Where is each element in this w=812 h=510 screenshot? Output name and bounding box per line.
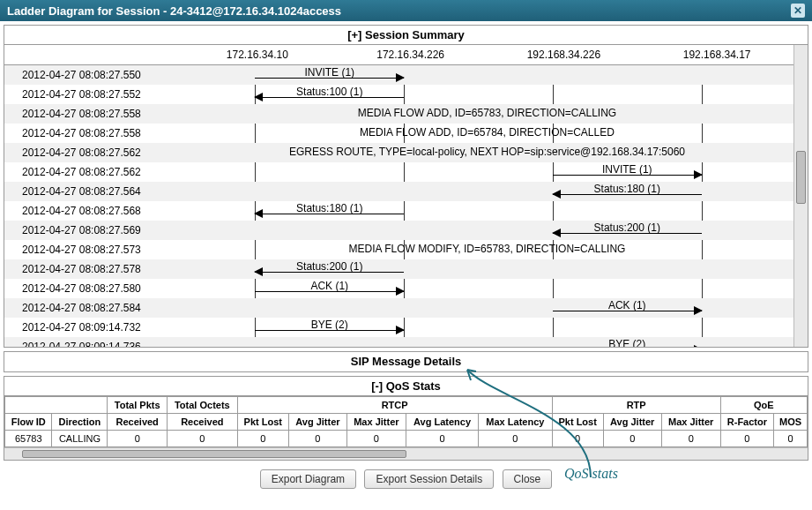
qos-cell: 0	[108, 431, 168, 447]
timestamp: 2012-04-27 08:08:27.564	[4, 185, 181, 198]
ladder-rows: 2012-04-27 08:08:27.550INVITE (1)2012-04…	[4, 65, 793, 347]
event-label: MEDIA FLOW MODIFY, ID=65783, DIRECTION=C…	[181, 243, 793, 255]
node-1: 172.16.34.226	[334, 45, 488, 64]
qos-col-13: MOS	[774, 414, 808, 431]
qos-column-header-row: Flow IDDirectionReceivedReceivedPkt Lost…	[5, 414, 808, 431]
ladder-row[interactable]: 2012-04-27 08:08:27.562INVITE (1)	[4, 162, 793, 182]
timestamp: 2012-04-27 08:08:27.573	[4, 244, 181, 256]
annotation-label: QoS stats	[564, 466, 618, 482]
qos-row[interactable]: 65783CALLING000000000000	[5, 431, 808, 447]
qos-table: Total Pkts Total Octets RTCP RTP QoE Flo…	[4, 396, 808, 447]
ladder-row[interactable]: 2012-04-27 08:08:27.584ACK (1)	[4, 298, 793, 318]
session-summary-panel: [+] Session Summary 172.16.34.10172.16.3…	[4, 25, 808, 348]
qos-cell: CALLING	[52, 431, 108, 447]
ladder-row[interactable]: 2012-04-27 08:08:27.562EGRESS ROUTE, TYP…	[4, 143, 793, 162]
ladder-scroll[interactable]: 172.16.34.10172.16.34.226192.168.34.2261…	[4, 45, 793, 347]
ladder-row[interactable]: 2012-04-27 08:08:27.550INVITE (1)	[4, 65, 793, 85]
ladder-row[interactable]: 2012-04-27 08:08:27.569Status:200 (1)	[4, 221, 793, 240]
message-arrow[interactable]: BYE (2)	[553, 339, 702, 347]
timestamp: 2012-04-27 08:08:27.584	[4, 302, 181, 314]
message-label: INVITE (1)	[553, 163, 702, 176]
qos-col-1: Direction	[52, 414, 108, 431]
timestamp: 2012-04-27 08:08:27.550	[4, 69, 181, 81]
qos-col-7: Avg Latency	[406, 414, 478, 431]
session-summary-header[interactable]: [+] Session Summary	[4, 26, 808, 45]
qos-cell: 0	[774, 431, 808, 447]
timestamp: 2012-04-27 08:09:14.732	[4, 321, 181, 334]
qos-cell: 0	[552, 431, 603, 447]
timestamp: 2012-04-27 08:08:27.558	[4, 108, 181, 120]
message-arrow[interactable]: Status:180 (1)	[553, 184, 702, 199]
ladder-row[interactable]: 2012-04-27 08:08:27.552Status:100 (1)	[4, 85, 793, 104]
scroll-thumb[interactable]	[796, 151, 806, 204]
message-arrow[interactable]: BYE (2)	[255, 319, 404, 335]
qos-col-2: Received	[108, 414, 168, 431]
close-icon[interactable]: ✕	[791, 4, 805, 18]
node-3: 192.168.34.17	[640, 45, 793, 64]
message-label: Status:200 (1)	[553, 221, 702, 234]
sip-message-details-panel: SIP Message Details	[4, 351, 808, 372]
qos-stats-header[interactable]: [-] QoS Stats	[4, 377, 808, 396]
message-label: ACK (1)	[553, 299, 702, 311]
scroll-thumb[interactable]	[22, 450, 406, 458]
qos-col-3: Received	[167, 414, 237, 431]
timestamp: 2012-04-27 08:09:14.736	[4, 341, 181, 347]
ladder-row[interactable]: 2012-04-27 08:08:27.558MEDIA FLOW ADD, I…	[4, 124, 793, 143]
ladder-row[interactable]: 2012-04-27 08:08:27.564Status:180 (1)	[4, 182, 793, 201]
message-label: Status:200 (1)	[255, 260, 404, 273]
col-group-qoe: QoE	[720, 397, 807, 414]
message-label: Status:100 (1)	[255, 86, 404, 98]
ladder-row[interactable]: 2012-04-27 08:08:27.573MEDIA FLOW MODIFY…	[4, 240, 793, 259]
message-arrow[interactable]: Status:200 (1)	[255, 261, 404, 277]
sip-message-details-header: SIP Message Details	[4, 352, 808, 371]
timestamp: 2012-04-27 08:08:27.562	[4, 146, 181, 159]
timestamp: 2012-04-27 08:08:27.552	[4, 88, 181, 101]
qos-cell: 0	[288, 431, 346, 447]
message-label: Status:180 (1)	[255, 202, 404, 214]
col-group-total-pkts: Total Pkts	[108, 397, 168, 414]
node-2: 192.168.34.226	[488, 45, 641, 64]
close-button[interactable]: Close	[503, 469, 553, 489]
message-label: ACK (1)	[255, 280, 404, 292]
node-header: 172.16.34.10172.16.34.226192.168.34.2261…	[4, 45, 793, 65]
message-arrow[interactable]: INVITE (1)	[255, 67, 404, 83]
qos-col-4: Pkt Lost	[237, 414, 288, 431]
qos-cell: 0	[167, 431, 237, 447]
qos-cell: 0	[346, 431, 406, 447]
message-arrow[interactable]: Status:200 (1)	[553, 222, 702, 238]
export-diagram-button[interactable]: Export Diagram	[260, 469, 356, 489]
col-group-rtp: RTP	[552, 397, 720, 414]
message-arrow[interactable]: Status:180 (1)	[255, 203, 404, 219]
button-bar: Export Diagram Export Session Details Cl…	[0, 464, 812, 499]
message-label: BYE (2)	[255, 319, 404, 331]
export-session-details-button[interactable]: Export Session Details	[364, 469, 494, 489]
col-group-rtcp: RTCP	[237, 397, 552, 414]
message-arrow[interactable]: Status:100 (1)	[255, 86, 404, 102]
qos-col-8: Max Latency	[479, 414, 552, 431]
ladder-row[interactable]: 2012-04-27 08:08:27.580ACK (1)	[4, 279, 793, 298]
qos-cell: 0	[720, 431, 773, 447]
message-arrow[interactable]: INVITE (1)	[553, 164, 702, 180]
timestamp: 2012-04-27 08:08:27.562	[4, 166, 181, 178]
event-label: EGRESS ROUTE, TYPE=local-policy, NEXT HO…	[181, 146, 793, 158]
ladder-row[interactable]: 2012-04-27 08:09:14.736BYE (2)	[4, 337, 793, 347]
ladder-row[interactable]: 2012-04-27 08:09:14.732BYE (2)	[4, 318, 793, 337]
window-title: Ladder Diagram for Session - 24-3412@172…	[7, 4, 341, 18]
title-bar: Ladder Diagram for Session - 24-3412@172…	[0, 0, 812, 21]
ladder-row[interactable]: 2012-04-27 08:08:27.568Status:180 (1)	[4, 201, 793, 221]
qos-cell: 0	[479, 431, 552, 447]
qos-col-12: R-Factor	[720, 414, 773, 431]
message-arrow[interactable]: ACK (1)	[553, 300, 702, 316]
qos-stats-panel: [-] QoS Stats Total Pkts Total Octets RT…	[4, 376, 808, 461]
message-label: BYE (2)	[553, 338, 702, 347]
qos-group-header-row: Total Pkts Total Octets RTCP RTP QoE	[5, 397, 808, 414]
col-group-total-octets: Total Octets	[167, 397, 237, 414]
qos-col-9: Pkt Lost	[552, 414, 603, 431]
message-arrow[interactable]: ACK (1)	[255, 281, 404, 296]
ladder-row[interactable]: 2012-04-27 08:08:27.578Status:200 (1)	[4, 259, 793, 279]
event-label: MEDIA FLOW ADD, ID=65784, DIRECTION=CALL…	[181, 126, 793, 139]
horizontal-scrollbar[interactable]	[4, 447, 808, 460]
qos-cell: 0	[661, 431, 720, 447]
ladder-row[interactable]: 2012-04-27 08:08:27.558MEDIA FLOW ADD, I…	[4, 104, 793, 124]
vertical-scrollbar[interactable]	[793, 45, 808, 347]
